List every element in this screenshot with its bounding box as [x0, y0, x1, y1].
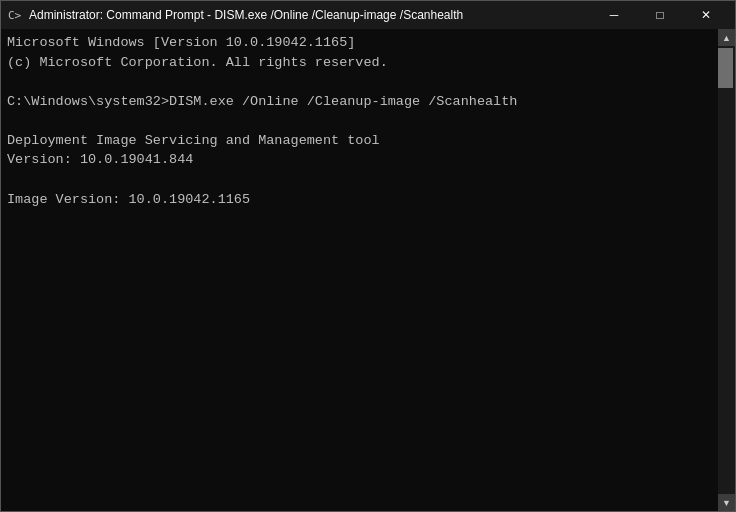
- console-container: Microsoft Windows [Version 10.0.19042.11…: [1, 29, 735, 511]
- scrollbar-thumb[interactable]: [718, 48, 733, 88]
- close-button[interactable]: ✕: [683, 1, 729, 29]
- minimize-button[interactable]: ─: [591, 1, 637, 29]
- scroll-up-button[interactable]: ▲: [718, 29, 735, 46]
- scrollbar-track[interactable]: [718, 46, 735, 494]
- cmd-icon: C>: [7, 7, 23, 23]
- title-bar: C> Administrator: Command Prompt - DISM.…: [1, 1, 735, 29]
- scrollbar[interactable]: ▲ ▼: [718, 29, 735, 511]
- window-controls: ─ □ ✕: [591, 1, 729, 29]
- console-output[interactable]: Microsoft Windows [Version 10.0.19042.11…: [1, 29, 718, 511]
- scroll-down-button[interactable]: ▼: [718, 494, 735, 511]
- svg-text:C>: C>: [8, 9, 22, 22]
- console-text-content: Microsoft Windows [Version 10.0.19042.11…: [7, 33, 712, 511]
- window-title: Administrator: Command Prompt - DISM.exe…: [29, 8, 591, 22]
- cmd-window: C> Administrator: Command Prompt - DISM.…: [0, 0, 736, 512]
- maximize-button[interactable]: □: [637, 1, 683, 29]
